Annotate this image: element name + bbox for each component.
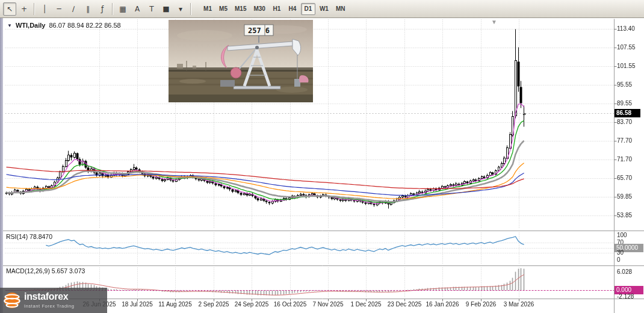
date-axis-label: 1 Dec 2025	[350, 301, 381, 308]
symbol-ohlc-label: ▼ WTI,Daily 86.07 88.94 82.22 86.58	[7, 22, 121, 29]
toolbar: ↖+│─∕∥ƒ▦AT■▾ M1M5M15M30H1H4D1W1MN	[0, 0, 644, 18]
pumpjack-photo: 257 6	[169, 20, 313, 102]
tool-horizontal-line-button[interactable]: ─	[52, 2, 66, 16]
tool-shapes-button[interactable]: ■	[159, 2, 173, 16]
price-chart-canvas[interactable]	[0, 0, 644, 313]
timeframe-d1-button[interactable]: D1	[301, 3, 315, 15]
price-axis-label: 83.70	[617, 119, 632, 125]
date-axis-label: 3 Mar 2026	[504, 301, 534, 308]
date-axis-label: 16 Oct 2025	[274, 301, 306, 308]
pumpjack-illustration: 257 6	[169, 20, 313, 102]
symbol-period: WTI,Daily	[16, 22, 46, 29]
tool-arrows-dropdown-button[interactable]: ▾	[174, 2, 187, 16]
date-axis-label: 7 Nov 2025	[312, 301, 343, 308]
tool-text-button[interactable]: A	[131, 2, 144, 16]
timeframe-h4-button[interactable]: H4	[285, 3, 300, 15]
price-axis-label: 101.55	[617, 63, 636, 69]
tool-text-label-button[interactable]: T	[145, 2, 158, 16]
timeframe-mn-button[interactable]: MN	[333, 3, 348, 15]
toolbar-separator	[190, 3, 191, 15]
window-left-edge	[0, 18, 3, 313]
price-axis-label: 65.70	[617, 175, 632, 181]
mt4-chart-window: ↖+│─∕∥ƒ▦AT■▾ M1M5M15M30H1H4D1W1MN ▼ WTI,…	[0, 0, 644, 313]
timeframe-m5-button[interactable]: M5	[216, 3, 231, 15]
date-axis-label: 24 Sep 2025	[235, 301, 269, 308]
tool-equidistant-channel-button[interactable]: ∥	[81, 2, 94, 16]
down-arrow-marker-icon[interactable]: ▼	[491, 19, 497, 25]
instaforex-globe-icon	[3, 291, 21, 309]
watermark-tagline: Instant Forex Trading	[24, 303, 74, 309]
date-axis-label: 9 Feb 2026	[466, 301, 497, 308]
macd-axis-label: -2.128	[617, 293, 634, 300]
macd-axis-label: 6.028	[617, 268, 632, 275]
timeframe-m1-button[interactable]: M1	[200, 3, 215, 15]
timeframe-w1-button[interactable]: W1	[317, 3, 332, 15]
ohlc-values: 86.07 88.94 82.22 86.58	[49, 22, 120, 29]
date-axis-label: 11 Aug 2025	[158, 301, 191, 308]
watermark-brand: instaforex	[24, 292, 74, 302]
date-axis-label: 23 Dec 2025	[388, 301, 422, 308]
price-axis-label: 71.70	[617, 156, 632, 163]
collapse-triangle-icon[interactable]: ▼	[7, 23, 12, 28]
instaforex-watermark: instaforex Instant Forex Trading	[0, 288, 107, 313]
price-axis-label: 77.70	[617, 137, 632, 144]
tool-cursor-button[interactable]: ↖	[3, 2, 16, 16]
price-axis-label: 59.85	[617, 193, 632, 200]
date-axis-label: 2 Sep 2025	[198, 301, 229, 308]
tool-crosshair-button[interactable]: +	[17, 2, 31, 16]
rsi-axis-label: 30	[617, 249, 624, 256]
tool-grid-button[interactable]: ▦	[116, 2, 129, 16]
counter-plate-text: 257 6	[248, 26, 270, 35]
timeframe-h1-button[interactable]: H1	[270, 3, 284, 15]
current-price-tag: 86.58	[615, 109, 640, 117]
toolbar-separator	[34, 3, 35, 15]
date-axis-label: 16 Jan 2026	[426, 301, 459, 308]
rsi-axis-label: 0	[617, 256, 621, 263]
timeframe-m15-button[interactable]: M15	[232, 3, 249, 15]
rsi-indicator-label: RSI(14) 78.8470	[6, 233, 52, 240]
counter-plate: 257 6	[244, 25, 273, 36]
price-axis-label: 107.55	[617, 44, 636, 51]
toolbar-separator	[112, 3, 113, 15]
price-axis-label: 113.40	[617, 25, 635, 32]
macd-indicator-label: MACD(12,26,9) 5.657 3.073	[6, 267, 85, 274]
tool-fibonacci-button[interactable]: ƒ	[96, 2, 109, 16]
date-axis-label: 18 Jul 2025	[122, 301, 153, 308]
timeframe-m30-button[interactable]: M30	[250, 3, 268, 15]
timeframe-group: M1M5M15M30H1H4D1W1MN	[200, 3, 348, 15]
drawing-tools-group: ↖+│─∕∥ƒ▦AT■▾	[2, 2, 188, 16]
price-axis-label: 53.85	[617, 212, 632, 218]
tool-trendline-button[interactable]: ∕	[67, 2, 80, 16]
price-axis-label: 89.55	[617, 100, 632, 107]
tool-vertical-line-button[interactable]: │	[38, 2, 51, 16]
price-axis-label: 95.55	[617, 81, 632, 88]
rsi-axis-label: 100	[617, 232, 627, 238]
